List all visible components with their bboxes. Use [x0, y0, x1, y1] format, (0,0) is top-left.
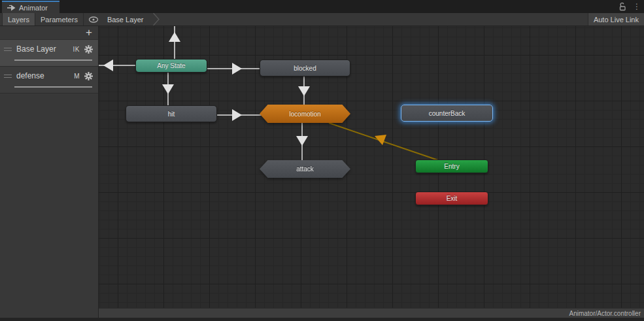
state-node-entry[interactable]: Entry [415, 160, 488, 173]
state-node-hit[interactable]: hit [126, 105, 217, 122]
transition-anystate-up[interactable] [169, 26, 180, 59]
window-bottom-edge [0, 318, 644, 321]
state-node-counterback[interactable]: counterBack [401, 105, 493, 122]
controller-path-label: Animator/Actor.controller [569, 310, 641, 317]
gear-icon[interactable] [84, 45, 93, 54]
auto-live-link-label: Auto Live Link [594, 16, 639, 24]
tab-bar: Animator ⋮ [0, 0, 644, 13]
kebab-menu-icon[interactable]: ⋮ [632, 1, 641, 12]
eye-icon [88, 16, 99, 23]
state-node-locomotion[interactable]: locomotion [260, 105, 350, 123]
breadcrumb-label: Base Layer [107, 16, 144, 24]
state-node-any-state[interactable]: Any State [135, 59, 207, 73]
parameters-label: Parameters [41, 16, 78, 24]
auto-live-link-button[interactable]: Auto Live Link [588, 13, 644, 25]
add-layer-button[interactable]: + [86, 28, 92, 37]
layer-weight-slider[interactable] [14, 59, 92, 61]
layers-label: Layers [8, 16, 29, 24]
tab-animator[interactable]: Animator [2, 1, 59, 13]
transition-locomotion-attack[interactable] [296, 123, 308, 161]
layer-ik-badge: IK [73, 46, 80, 53]
drag-handle-icon[interactable] [4, 75, 12, 78]
layers-sidebar: + Base Layer IK [0, 26, 99, 318]
state-node-exit[interactable]: Exit [415, 192, 488, 205]
tab-title: Animator [19, 4, 48, 12]
layer-weight-slider[interactable] [14, 86, 92, 88]
transition-anystate-hit[interactable] [162, 72, 174, 106]
state-node-blocked[interactable]: blocked [260, 59, 350, 76]
drag-handle-icon[interactable] [4, 48, 12, 51]
visibility-toggle[interactable] [84, 13, 103, 25]
state-label: Exit [447, 195, 458, 202]
transition-hit-locomotion[interactable] [217, 109, 262, 121]
gear-icon[interactable] [84, 72, 93, 80]
status-bar: Animator/Actor.controller [99, 308, 644, 318]
transition-anystate-left[interactable] [99, 59, 136, 71]
state-label: blocked [294, 65, 316, 72]
breadcrumb-chevron-icon [153, 13, 160, 25]
state-node-attack[interactable]: attack [260, 160, 350, 178]
layer-mask-badge: M [74, 73, 80, 80]
toolbar: Layers Parameters Base Layer Auto Live L… [0, 13, 644, 26]
state-label: attack [296, 165, 314, 173]
state-label: locomotion [289, 110, 320, 118]
layer-row-base-layer[interactable]: Base Layer IK [0, 40, 98, 67]
state-label: Any State [157, 62, 185, 69]
animator-icon [7, 3, 16, 13]
breadcrumb[interactable]: Base Layer [103, 13, 160, 25]
layer-name: defense [16, 71, 74, 80]
transition-blocked-locomotion[interactable] [298, 76, 310, 107]
state-machine-canvas[interactable]: Any State blocked hit locomotion counter… [99, 26, 644, 308]
state-label: counterBack [429, 110, 466, 117]
layer-name: Base Layer [16, 44, 73, 54]
state-label: hit [168, 110, 175, 118]
tab-layers[interactable]: Layers [2, 13, 35, 25]
transition-anystate-blocked[interactable] [207, 63, 260, 75]
layer-row-defense[interactable]: defense M [0, 67, 98, 93]
unlock-icon[interactable] [618, 1, 627, 12]
transition-entry-locomotion[interactable] [329, 123, 440, 161]
tab-parameters[interactable]: Parameters [35, 13, 84, 25]
animator-window: Animator ⋮ Layers Parameters B [0, 0, 644, 321]
state-label: Entry [444, 163, 459, 170]
